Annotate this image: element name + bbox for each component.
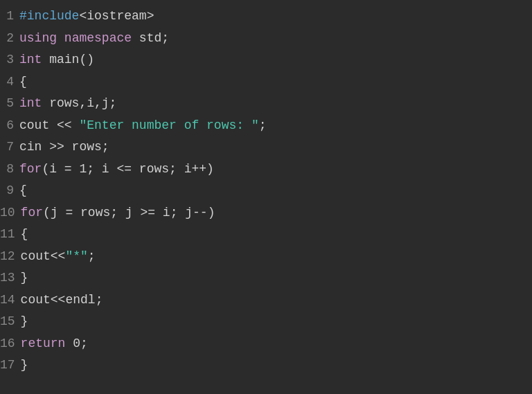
line-content: cout<<endl; [21, 289, 532, 312]
code-token: "Enter number of rows: " [79, 118, 258, 132]
code-line: 5int rows,i,j; [0, 93, 532, 115]
code-token: { [19, 75, 27, 89]
line-number: 16 [0, 333, 21, 355]
code-line: 1#include<iostream> [0, 6, 532, 28]
code-token: << [49, 118, 79, 132]
code-line: 8for(i = 1; i <= rows; i++) [0, 159, 532, 181]
code-token: for [19, 162, 42, 176]
code-token: int [19, 53, 42, 66]
line-content: } [21, 267, 532, 289]
line-content: int rows,i,j; [19, 93, 532, 115]
code-line: 16return 0; [0, 333, 532, 355]
code-token: 0; [65, 337, 87, 350]
line-content: } [21, 355, 532, 377]
code-token: { [21, 227, 28, 241]
code-line: 3int main() [0, 49, 532, 71]
line-content: { [19, 180, 532, 202]
code-token: } [21, 271, 28, 285]
code-line: 7cin >> rows; [0, 136, 532, 159]
line-content: cin >> rows; [19, 136, 532, 159]
code-token: } [21, 314, 28, 328]
code-line: 4{ [0, 71, 532, 93]
line-content: } [21, 311, 532, 333]
code-editor: 1#include<iostream>2using namespace std;… [0, 0, 532, 394]
code-token: { [19, 183, 27, 197]
line-content: cout << "Enter number of rows: "; [19, 115, 532, 137]
line-content: cout<<"*"; [21, 246, 532, 268]
code-line: 9{ [0, 180, 532, 202]
code-token: #include [19, 9, 79, 23]
code-line: 17} [0, 355, 532, 377]
code-token: using [19, 31, 57, 45]
line-number: 2 [0, 28, 19, 50]
code-token: (i = 1; i <= rows; i++) [42, 162, 213, 176]
line-number: 8 [0, 159, 19, 181]
code-token: for [21, 206, 43, 220]
line-content: return 0; [21, 333, 532, 355]
line-number: 14 [0, 289, 21, 312]
code-token [57, 31, 64, 45]
code-token: cin >> rows; [19, 140, 109, 154]
line-content: { [21, 224, 532, 246]
code-token: cout<< [21, 249, 66, 263]
code-token: main() [42, 53, 94, 66]
code-token: ; [88, 249, 96, 263]
code-line: 12cout<<"*"; [0, 246, 532, 268]
line-number: 1 [0, 6, 19, 28]
code-token: <iostream> [79, 9, 154, 23]
line-number: 5 [0, 93, 19, 115]
line-number: 4 [0, 71, 19, 93]
code-token: cout<<endl; [21, 293, 103, 307]
line-content: int main() [19, 49, 532, 71]
line-content: { [19, 71, 532, 93]
line-number: 7 [0, 136, 19, 159]
line-number: 10 [0, 202, 21, 224]
code-token: (j = rows; j >= i; j--) [43, 206, 215, 220]
line-content: for(j = rows; j >= i; j--) [21, 202, 532, 224]
code-line: 13} [0, 267, 532, 289]
code-token: ; [259, 118, 267, 132]
code-token: rows,i,j; [42, 96, 116, 110]
code-token: "*" [65, 249, 87, 263]
code-token: return [21, 337, 66, 350]
code-token: std; [132, 31, 169, 45]
line-number: 9 [0, 180, 19, 202]
code-token: } [21, 358, 28, 372]
line-content: for(i = 1; i <= rows; i++) [19, 159, 532, 181]
code-line: 2using namespace std; [0, 28, 532, 50]
code-line: 14cout<<endl; [0, 289, 532, 312]
code-token: cout [19, 118, 49, 132]
line-number: 15 [0, 311, 21, 333]
code-line: 6cout << "Enter number of rows: "; [0, 115, 532, 137]
line-number: 13 [0, 267, 21, 289]
line-number: 6 [0, 115, 19, 137]
code-line: 10for(j = rows; j >= i; j--) [0, 202, 532, 224]
line-number: 12 [0, 246, 21, 268]
line-number: 17 [0, 355, 21, 377]
code-line: 11{ [0, 224, 532, 246]
code-token: namespace [64, 31, 132, 45]
line-number: 11 [0, 224, 21, 246]
code-line: 15} [0, 311, 532, 333]
line-content: using namespace std; [19, 28, 532, 50]
line-number: 3 [0, 49, 19, 71]
line-content: #include<iostream> [19, 6, 532, 28]
code-token: int [19, 96, 42, 110]
